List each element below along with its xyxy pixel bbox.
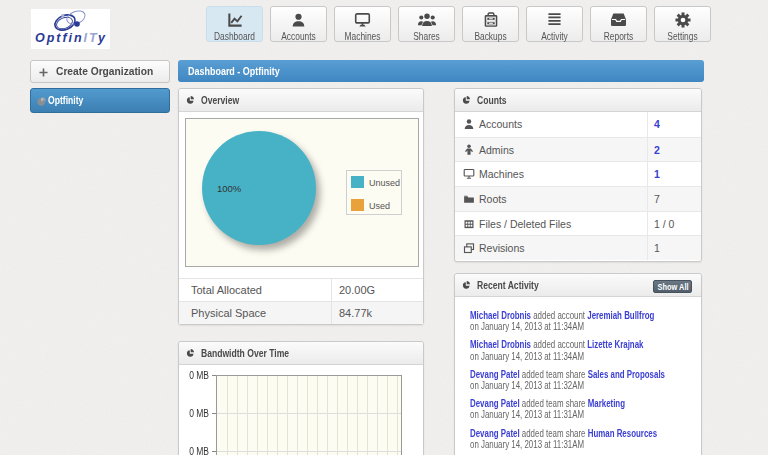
svg-text:OptfinITy: OptfinITy <box>35 31 106 45</box>
